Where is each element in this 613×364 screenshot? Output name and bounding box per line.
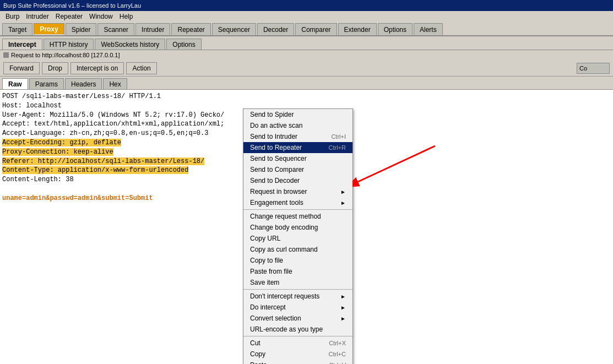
tab-repeater[interactable]: Repeater [171, 23, 210, 35]
menu-bar: Burp Intruder Repeater Window Help [0, 11, 613, 22]
separator-1 [243, 209, 352, 210]
sub-tabs: Intercept HTTP history WebSockets histor… [0, 36, 613, 50]
ctx-copy-file[interactable]: Copy to file [243, 255, 352, 266]
separator-2 [243, 289, 352, 290]
ctx-change-method[interactable]: Change request method [243, 211, 352, 222]
ctx-send-intruder[interactable]: Send to Intruder Ctrl+I [243, 131, 352, 142]
ctx-send-sequencer[interactable]: Send to Sequencer [243, 153, 352, 164]
innertab-params[interactable]: Params [29, 78, 64, 89]
tab-proxy[interactable]: Proxy [34, 23, 64, 35]
tab-comparer[interactable]: Comparer [295, 23, 337, 35]
drop-button[interactable]: Drop [42, 62, 68, 74]
tab-extender[interactable]: Extender [338, 23, 377, 35]
ctx-copy[interactable]: Copy Ctrl+C [243, 349, 352, 360]
menu-repeater[interactable]: Repeater [52, 12, 86, 21]
intercept-bar: Forward Drop Intercept is on Action Co [0, 60, 613, 77]
separator-3 [243, 336, 352, 336]
menu-burp[interactable]: Burp [2, 12, 23, 21]
tab-alerts[interactable]: Alerts [414, 23, 443, 35]
ctx-do-intercept[interactable]: Do intercept ► [243, 302, 352, 313]
subtab-http-history[interactable]: HTTP history [44, 39, 94, 50]
ctx-url-encode[interactable]: URL-encode as you type [243, 324, 352, 335]
ctx-copy-url[interactable]: Copy URL [243, 233, 352, 244]
action-button[interactable]: Action [126, 62, 156, 74]
main-tabs: Target Proxy Spider Scanner Intruder Rep… [0, 22, 613, 36]
subtab-options[interactable]: Options [166, 39, 201, 50]
tab-target[interactable]: Target [2, 23, 32, 35]
ctx-paste-file[interactable]: Paste from file [243, 266, 352, 277]
request-info-text: Request to http://localhost:80 [127.0.0.… [11, 52, 120, 58]
title-bar: Burp Suite Professional v1.6 – licensed … [0, 0, 613, 11]
ctx-copy-curl[interactable]: Copy as curl command [243, 244, 352, 255]
ctx-save-item[interactable]: Save item [243, 277, 352, 288]
title-text: Burp Suite Professional v1.6 – licensed … [3, 2, 141, 9]
ctx-engagement-tools[interactable]: Engagement tools ► [243, 197, 352, 208]
menu-help[interactable]: Help [116, 12, 137, 21]
lock-icon [3, 52, 9, 58]
subtab-websockets[interactable]: WebSockets history [95, 39, 165, 50]
menu-intruder[interactable]: Intruder [23, 12, 52, 21]
ctx-paste[interactable]: Paste Ctrl+V [243, 360, 352, 364]
ctx-dont-intercept[interactable]: Don't intercept requests ► [243, 291, 352, 302]
innertab-hex[interactable]: Hex [103, 78, 127, 89]
context-menu: Send to Spider Do an active scan Send to… [243, 108, 353, 364]
intercept-toggle[interactable]: Intercept is on [70, 62, 124, 74]
tab-sequencer[interactable]: Sequencer [212, 23, 256, 35]
ctx-active-scan[interactable]: Do an active scan [243, 120, 352, 131]
tab-spider[interactable]: Spider [66, 23, 97, 35]
innertab-raw[interactable]: Raw [2, 78, 28, 89]
inner-tabs: Raw Params Headers Hex [0, 77, 613, 90]
menu-window[interactable]: Window [86, 12, 116, 21]
ctx-request-browser[interactable]: Request in browser ► [243, 186, 352, 197]
forward-button[interactable]: Forward [3, 62, 40, 74]
ctx-send-repeater[interactable]: Send to Repeater Ctrl+R [243, 142, 352, 153]
tab-decoder[interactable]: Decoder [257, 23, 294, 35]
ctx-change-encoding[interactable]: Change body encoding [243, 222, 352, 233]
ctx-send-comparer[interactable]: Send to Comparer [243, 164, 352, 175]
tab-scanner[interactable]: Scanner [97, 23, 134, 35]
co-indicator: Co [577, 63, 610, 74]
ctx-convert-selection[interactable]: Convert selection ► [243, 313, 352, 324]
subtab-intercept[interactable]: Intercept [2, 39, 42, 50]
tab-options[interactable]: Options [378, 23, 413, 35]
ctx-send-spider[interactable]: Send to Spider [243, 109, 352, 120]
ctx-cut[interactable]: Cut Ctrl+X [243, 338, 352, 349]
ctx-send-decoder[interactable]: Send to Decoder [243, 175, 352, 186]
request-info: Request to http://localhost:80 [127.0.0.… [0, 50, 613, 60]
innertab-headers[interactable]: Headers [65, 78, 102, 89]
tab-intruder[interactable]: Intruder [135, 23, 170, 35]
